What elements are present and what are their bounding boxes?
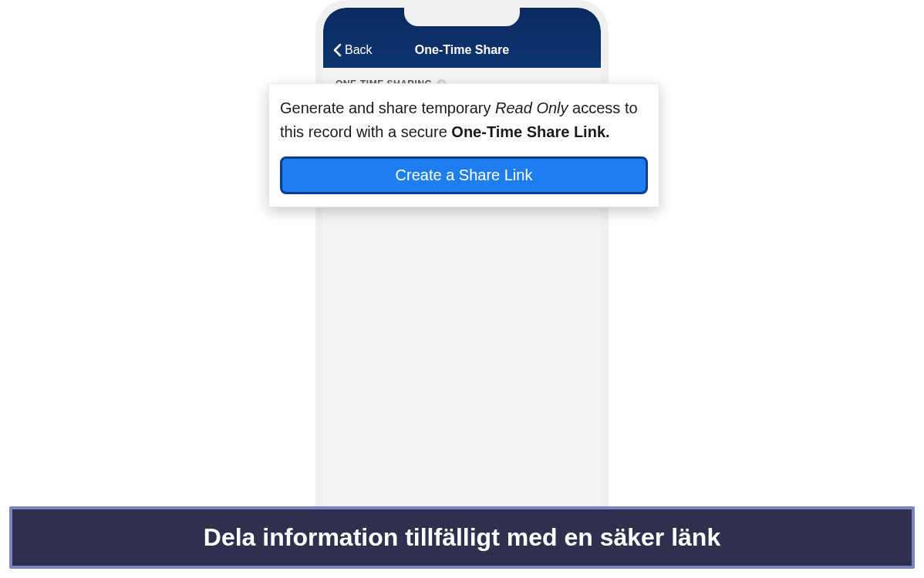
chevron-left-icon [332,43,343,57]
back-button[interactable]: Back [332,43,373,57]
create-share-link-button[interactable]: Create a Share Link [280,156,648,194]
page-title: One-Time Share [415,43,509,57]
phone-frame: Back One-Time Share ONE-TIME SHARING ? [315,0,609,539]
desc-text-1: Generate and share temporary [280,99,495,116]
share-info-card: Generate and share temporary Read Only a… [268,83,659,207]
phone-notch [404,8,520,26]
desc-readonly: Read Only [495,99,568,116]
back-label: Back [345,43,373,57]
desc-link-term: One-Time Share Link. [451,123,609,140]
caption-bar: Dela information tillfälligt med en säke… [9,506,915,569]
share-description: Generate and share temporary Read Only a… [280,96,648,144]
